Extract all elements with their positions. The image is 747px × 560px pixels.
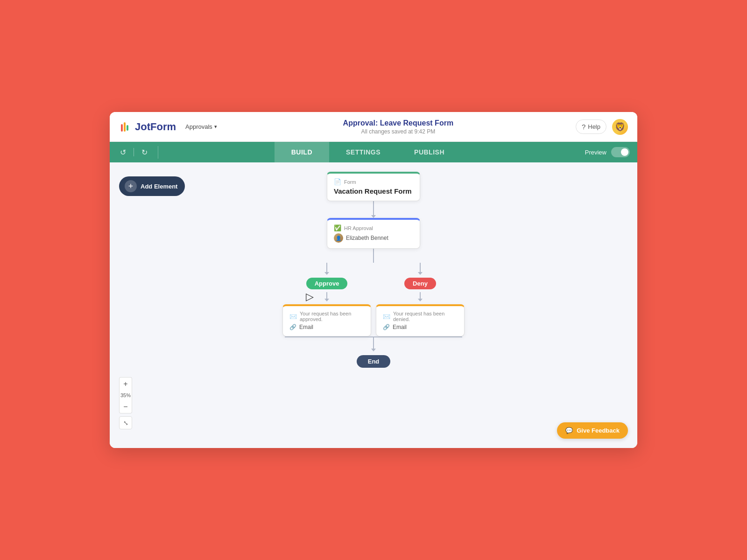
help-icon: ? — [582, 123, 585, 131]
logo-text: JotForm — [135, 121, 176, 133]
main-content: + Add Element + 35% − ⤡ 📄 Form Vac — [110, 162, 637, 448]
approval-icon: ✅ — [334, 224, 341, 231]
header: JotForm Approvals ▾ Approval: Leave Requ… — [110, 112, 637, 142]
header-center: Approval: Leave Request Form All changes… — [343, 119, 454, 135]
flow-diagram: 📄 Form Vacation Request Form ✅ — [229, 172, 518, 368]
email-approved-label-row: 🔗 Email — [289, 324, 364, 330]
approval-person: Elizabeth Bennet — [346, 235, 388, 241]
header-title: Approval: Leave Request Form — [343, 119, 454, 127]
branch-section: Approve ✉️ Your request has been approve… — [229, 263, 518, 368]
undo-button[interactable]: ↺ — [116, 146, 130, 159]
merge-line-v — [373, 337, 374, 349]
email-denied-icon: ✉️ — [383, 313, 390, 320]
branch-left-line-mid — [326, 292, 327, 299]
connector-line-1 — [373, 201, 374, 215]
branch-left-line-top — [326, 263, 327, 272]
approval-type-row: ✅ HR Approval — [334, 224, 413, 231]
branch-left-arrow2 — [324, 299, 329, 301]
branch-right-line-top — [420, 263, 421, 272]
merge-arrow — [371, 349, 376, 351]
branch-left-arrow — [324, 272, 329, 275]
feedback-icon: 💬 — [565, 427, 573, 434]
header-right: ? Help 🦁 — [576, 119, 628, 135]
tab-build[interactable]: BUILD — [275, 142, 329, 162]
email-approved-node[interactable]: ✉️ Your request has been approved. 🔗 Ema… — [282, 304, 371, 336]
email-denied-type-row: ✉️ Your request has been denied. — [383, 311, 458, 322]
preview-label: Preview — [585, 149, 606, 156]
add-element-button[interactable]: + Add Element — [119, 176, 185, 196]
feedback-label: Give Feedback — [577, 427, 620, 434]
form-type-label: Form — [344, 179, 356, 185]
flow-canvas: 📄 Form Vacation Request Form ✅ — [110, 162, 637, 448]
toolbar-tabs: BUILD SETTINGS PUBLISH — [158, 142, 578, 162]
merge-section: End — [285, 336, 462, 368]
approval-person-row: 👤 Elizabeth Bennet — [334, 233, 413, 243]
approval-node[interactable]: ✅ HR Approval 👤 Elizabeth Bennet — [327, 218, 420, 249]
jotform-logo-icon — [119, 120, 132, 133]
email-approved-message: Your request has been approved. — [300, 311, 364, 322]
branch-split-row: Approve ✉️ Your request has been approve… — [285, 263, 462, 336]
toolbar-nav: ↺ ↻ — [110, 146, 158, 159]
connector-2 — [373, 249, 374, 263]
help-button[interactable]: ? Help — [576, 119, 606, 134]
email-approved-label: Email — [299, 324, 313, 330]
email-denied-node[interactable]: ✉️ Your request has been denied. 🔗 Email — [376, 304, 465, 336]
feedback-button[interactable]: 💬 Give Feedback — [557, 422, 628, 439]
connector-1 — [371, 201, 376, 218]
zoom-in-button[interactable]: + — [119, 377, 132, 390]
branch-right-arrow — [418, 272, 423, 275]
end-node[interactable]: End — [357, 355, 391, 368]
email-denied-label: Email — [393, 324, 407, 330]
connector-line-2 — [373, 249, 374, 263]
preview-toggle[interactable] — [611, 147, 630, 157]
svg-rect-2 — [124, 122, 126, 132]
branch-right-arrow2 — [418, 299, 423, 301]
toolbar: ↺ ↻ BUILD SETTINGS PUBLISH Preview — [110, 142, 637, 162]
app-window: JotForm Approvals ▾ Approval: Leave Requ… — [110, 112, 637, 448]
zoom-controls: + 35% − ⤡ — [119, 377, 132, 429]
nav-divider — [134, 148, 134, 156]
link-icon: 🔗 — [289, 324, 296, 330]
email-denied-label-row: 🔗 Email — [383, 324, 458, 330]
approvals-dropdown[interactable]: Approvals ▾ — [182, 121, 221, 132]
approval-node-content: ✅ HR Approval 👤 Elizabeth Bennet — [327, 220, 420, 248]
tab-settings[interactable]: SETTINGS — [329, 142, 397, 162]
svg-rect-1 — [121, 124, 123, 132]
email-approved-icon: ✉️ — [289, 313, 297, 320]
zoom-out-button[interactable]: − — [119, 400, 132, 413]
deny-badge[interactable]: Deny — [404, 278, 436, 289]
avatar-emoji: 🦁 — [615, 122, 625, 132]
form-node-title: Vacation Request Form — [334, 187, 413, 195]
approve-badge[interactable]: Approve — [306, 278, 348, 289]
header-subtitle: All changes saved at 9:42 PM — [343, 128, 454, 135]
email-approved-type-row: ✉️ Your request has been approved. — [289, 311, 364, 322]
email-denied-message: Your request has been denied. — [393, 311, 458, 322]
tab-publish[interactable]: PUBLISH — [397, 142, 461, 162]
logo[interactable]: JotForm — [119, 120, 176, 133]
approvals-label: Approvals — [185, 123, 212, 130]
chevron-down-icon: ▾ — [214, 124, 217, 130]
redo-button[interactable]: ↻ — [138, 146, 151, 159]
toolbar-right: Preview — [578, 147, 637, 157]
branch-left: Approve ✉️ Your request has been approve… — [285, 263, 369, 336]
avatar[interactable]: 🦁 — [612, 119, 628, 135]
approval-avatar: 👤 — [334, 233, 343, 243]
form-icon: 📄 — [334, 178, 341, 185]
zoom-level: 35% — [119, 390, 132, 400]
branch-right: Deny ✉️ Your request has been denied. — [378, 263, 462, 336]
form-node-content: 📄 Form Vacation Request Form — [327, 174, 420, 201]
branch-right-line-mid — [420, 292, 421, 299]
email-approved-content: ✉️ Your request has been approved. 🔗 Ema… — [283, 306, 371, 336]
form-node-type-row: 📄 Form — [334, 178, 413, 185]
approval-type-label: HR Approval — [344, 225, 373, 231]
email-denied-content: ✉️ Your request has been denied. 🔗 Email — [376, 306, 464, 336]
header-left: JotForm Approvals ▾ — [119, 120, 221, 133]
expand-button[interactable]: ⤡ — [119, 416, 132, 429]
help-label: Help — [588, 123, 600, 130]
add-element-plus-icon: + — [125, 180, 137, 192]
add-element-label: Add Element — [141, 183, 177, 190]
form-node[interactable]: 📄 Form Vacation Request Form — [327, 172, 420, 201]
link-icon-2: 🔗 — [383, 324, 390, 330]
svg-rect-3 — [127, 125, 128, 131]
